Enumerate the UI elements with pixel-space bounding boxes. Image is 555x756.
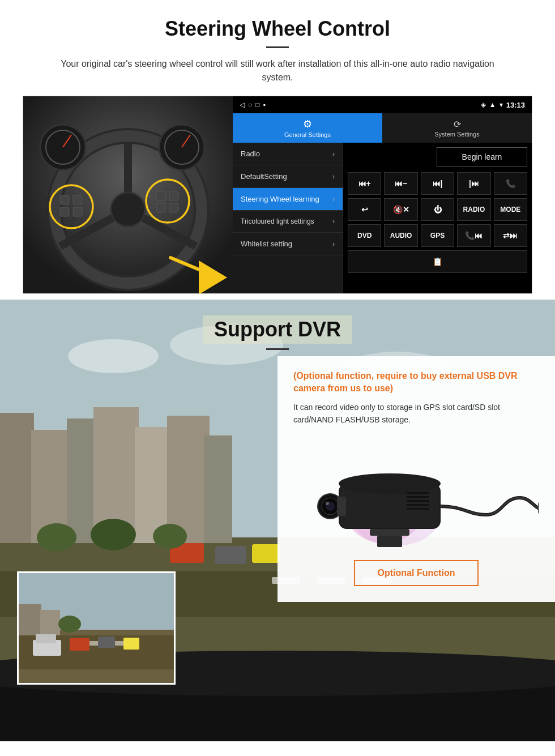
svg-rect-71 [337, 497, 346, 516]
control-row-2: ↩ 🔇✕ ⏻ RADIO MODE [348, 198, 527, 221]
svg-rect-37 [204, 435, 232, 543]
svg-rect-58 [98, 637, 115, 648]
svg-rect-33 [67, 418, 98, 543]
svg-rect-43 [252, 544, 280, 563]
vol-up-btn[interactable]: ⏮+ [348, 172, 381, 195]
svg-rect-82 [370, 529, 409, 536]
phone-prev-btn[interactable]: 📞⏮ [457, 224, 490, 247]
mode-btn[interactable]: MODE [494, 198, 527, 221]
title-divider [266, 46, 289, 48]
menu-item-radio[interactable]: Radio › [233, 143, 343, 165]
svg-rect-76 [407, 508, 429, 510]
radio-chevron-icon: › [332, 150, 335, 158]
svg-rect-11 [60, 207, 69, 216]
steering-chevron-icon: › [332, 195, 335, 203]
menu-item-steering-wheel[interactable]: Steering Wheel learning › [233, 188, 343, 211]
svg-rect-15 [156, 203, 165, 212]
menu-nav-icon: ▪ [263, 101, 266, 109]
svg-rect-57 [70, 638, 89, 651]
menu-item-whitelist-label: Whitelist setting [241, 240, 292, 248]
steering-demo-area: ◁ ○ □ ▪ ◈ ▲ ▾ 13:13 ⚙ General Settings [23, 96, 532, 294]
steering-wheel-photo [23, 96, 233, 294]
svg-rect-73 [407, 496, 429, 498]
home-nav-icon: ○ [248, 101, 252, 109]
shuffle-next-btn[interactable]: ⇄⏭ [494, 224, 527, 247]
tab-general-settings[interactable]: ⚙ General Settings [233, 113, 382, 143]
general-settings-icon: ⚙ [303, 118, 312, 130]
svg-rect-54 [19, 604, 41, 635]
statusbar-left-icons: ◁ ○ □ ▪ [240, 101, 266, 109]
menu-item-default-label: DefaultSetting [241, 172, 287, 181]
svg-point-66 [339, 473, 441, 494]
svg-point-45 [91, 519, 136, 550]
svg-rect-61 [36, 634, 56, 643]
dvr-title-area: Support DVR [0, 300, 555, 350]
power-btn[interactable]: ⏻ [421, 198, 454, 221]
svg-rect-55 [40, 610, 60, 635]
recents-nav-icon: □ [255, 101, 259, 109]
general-settings-label: General Settings [284, 131, 331, 138]
svg-rect-74 [407, 500, 429, 502]
svg-rect-75 [407, 504, 429, 506]
media-btn[interactable]: 📋 [348, 250, 527, 273]
svg-point-56 [58, 616, 81, 633]
system-settings-label: System Settings [434, 131, 479, 138]
mute-btn[interactable]: 🔇✕ [384, 198, 417, 221]
svg-rect-31 [0, 413, 34, 543]
svg-rect-77 [538, 502, 539, 514]
dvr-title-divider [266, 348, 289, 350]
begin-learn-button[interactable]: Begin learn [437, 147, 527, 166]
phone-btn[interactable]: 📞 [494, 172, 527, 195]
svg-rect-59 [123, 638, 139, 650]
menu-item-tricoloured[interactable]: Tricoloured light settings › [233, 211, 343, 233]
wifi-icon: ▾ [500, 101, 503, 109]
optional-function-button[interactable]: Optional Function [354, 560, 479, 586]
menu-item-steering-label: Steering Wheel learning [241, 195, 319, 203]
steering-wheel-section: Steering Wheel Control Your original car… [0, 0, 555, 300]
dvr-info-card: (Optional function, require to buy exter… [278, 356, 555, 602]
tricoloured-chevron-icon: › [332, 217, 335, 225]
menu-item-tricoloured-label: Tricoloured light settings [241, 217, 314, 225]
control-row-1: ⏮+ ⏮− ⏮| |⏭ 📞 [348, 172, 527, 195]
radio-btn[interactable]: RADIO [457, 198, 490, 221]
gps-btn[interactable]: GPS [421, 224, 454, 247]
tab-system-settings[interactable]: ⟳ System Settings [382, 113, 532, 143]
svg-rect-83 [377, 536, 402, 547]
menu-item-whitelist[interactable]: Whitelist setting › [233, 233, 343, 255]
menu-item-radio-label: Radio [241, 150, 260, 158]
hang-up-btn[interactable]: ↩ [348, 198, 381, 221]
page-title: Steering Wheel Control [23, 17, 532, 41]
location-icon: ◈ [481, 101, 486, 109]
svg-rect-16 [169, 203, 178, 212]
android-screen: ◁ ○ □ ▪ ◈ ▲ ▾ 13:13 ⚙ General Settings [233, 96, 532, 293]
audio-btn[interactable]: AUDIO [384, 224, 417, 247]
steering-description: Your original car's steering wheel contr… [45, 57, 510, 84]
whitelist-chevron-icon: › [332, 240, 335, 248]
svg-rect-14 [169, 191, 178, 200]
vol-down-btn[interactable]: ⏮− [384, 172, 417, 195]
dvr-thumbnail [17, 571, 176, 685]
dvr-description: It can record video only to storage in G… [293, 401, 539, 426]
settings-menu-list: Radio › DefaultSetting › Steering Wheel … [233, 143, 343, 293]
svg-rect-13 [156, 191, 165, 200]
next-track-btn[interactable]: |⏭ [457, 172, 490, 195]
svg-rect-10 [73, 195, 82, 204]
svg-point-46 [153, 524, 187, 549]
default-chevron-icon: › [332, 173, 335, 181]
svg-point-44 [37, 523, 76, 552]
status-time: 13:13 [506, 101, 525, 109]
menu-item-default-setting[interactable]: DefaultSetting › [233, 165, 343, 188]
svg-rect-42 [215, 546, 246, 564]
back-nav-icon: ◁ [240, 101, 245, 109]
svg-point-6 [111, 193, 145, 227]
control-row-4: 📋 [348, 250, 527, 273]
dvr-title: Support DVR [203, 315, 352, 344]
prev-track-btn[interactable]: ⏮| [421, 172, 454, 195]
dvr-optional-text: (Optional function, require to buy exter… [293, 370, 539, 395]
statusbar-right-icons: ◈ ▲ ▾ 13:13 [481, 101, 525, 109]
dvr-section: Support DVR (Optional [0, 300, 555, 741]
android-content: Radio › DefaultSetting › Steering Wheel … [233, 143, 532, 293]
signal-icon: ▲ [489, 101, 496, 109]
dvd-btn[interactable]: DVD [348, 224, 381, 247]
control-row-3: DVD AUDIO GPS 📞⏮ ⇄⏭ [348, 224, 527, 247]
